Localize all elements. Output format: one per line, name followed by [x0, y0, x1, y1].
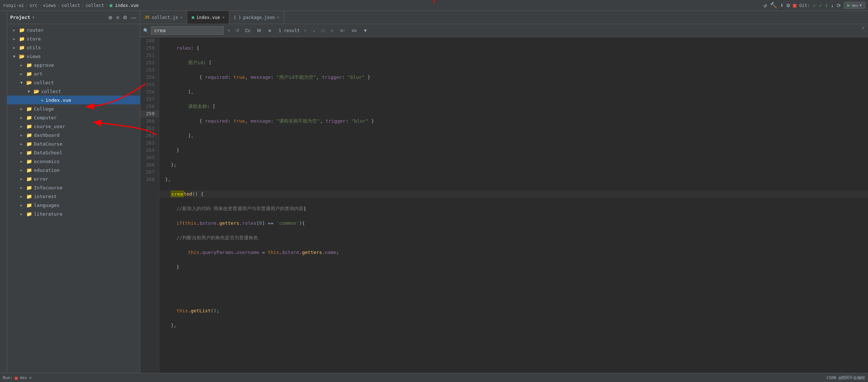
collapse-icon: ▶ — [20, 203, 26, 207]
collapse-icon: ▶ — [20, 107, 26, 111]
sidebar-item-label: dashboard — [34, 132, 59, 138]
line-number: 265 — [140, 154, 159, 161]
sidebar-item-computer[interactable]: ▶ 📁 Computer — [7, 113, 140, 122]
sidebar-item-infocourse[interactable]: ▶ 📁 Infocourse — [7, 183, 140, 192]
multi-line-button[interactable]: ≡↑ — [338, 27, 347, 34]
code-line: rules: { — [159, 45, 868, 52]
tab-close-button[interactable]: × — [222, 15, 225, 20]
clear-search-button[interactable]: × — [226, 27, 232, 34]
line-number: 251 — [140, 52, 159, 59]
sidebar-item-approve[interactable]: ▶ 📁 approve — [7, 61, 140, 69]
code-line: 课程名称: [ — [159, 103, 868, 110]
sidebar-close-button[interactable]: — — [130, 14, 137, 21]
folder-icon: 📁 — [19, 45, 25, 50]
prev-result-button[interactable]: ↑ — [302, 27, 308, 34]
next-result-button[interactable]: ↓ — [310, 27, 317, 34]
search-result-count: 1 result — [279, 28, 300, 33]
line-number: 266 — [140, 161, 159, 169]
folder-icon: 📁 — [26, 115, 32, 120]
sidebar-collapse-button[interactable]: ≡ — [116, 14, 120, 21]
sidebar-item-art[interactable]: ▶ 📁 art — [7, 69, 140, 78]
collapse-icon: ▶ — [13, 28, 19, 32]
line-number: 255 — [140, 81, 159, 88]
search-input[interactable] — [151, 26, 224, 35]
collapse-icon: ▶ — [20, 177, 26, 181]
sidebar-item-collect-collect[interactable]: ▼ 📂 collect — [7, 87, 140, 96]
refresh-search-button[interactable]: ↺ — [234, 27, 241, 34]
sidebar-item-label: DataCourse — [34, 141, 62, 147]
sidebar-item-index-vue[interactable]: ▶ ◈ index.vue — [7, 96, 140, 104]
folder-icon: 📁 — [19, 36, 25, 42]
breadcrumb-active: ■ index.vue — [110, 3, 139, 8]
wrap-button[interactable]: ≡≡ — [349, 27, 359, 34]
folder-open-icon: 📂 — [19, 54, 25, 59]
sidebar-tree: ▶ 📁 router ▶ 📁 store ▶ 📁 utils — [7, 24, 140, 373]
sidebar-item-dataschool[interactable]: ▶ 📁 DataSchool — [7, 148, 140, 157]
code-area[interactable]: 249 250 251 252 253 254 255 256 257 258 … — [140, 37, 868, 373]
down-icon[interactable]: ⬇ — [780, 2, 784, 9]
sidebar-item-label: College — [34, 106, 54, 112]
sidebar-item-course-user[interactable]: ▶ 📁 course_user — [7, 122, 140, 131]
tab-index-vue[interactable]: ■ index.vue × ↑ — [187, 11, 229, 24]
collapse-icon: ▼ — [13, 54, 19, 58]
code-content[interactable]: rules: { 用户id: [ { required: true, messa… — [159, 37, 868, 373]
run-status: Run: ■ dev × — [3, 375, 32, 381]
code-line: this.getList(); — [159, 307, 868, 315]
collapse-icon: ▶ — [20, 186, 26, 190]
regex-button[interactable]: ∗ — [266, 27, 274, 34]
line-number: 267 — [140, 169, 159, 176]
sidebar-item-education[interactable]: ▶ 📁 education — [7, 166, 140, 174]
sidebar-settings-button[interactable]: ⚙ — [122, 14, 128, 21]
breadcrumb: views — [43, 3, 56, 8]
sidebar-item-views[interactable]: ▼ 📂 views — [7, 52, 140, 61]
tab-package-json[interactable]: { } package.json × — [229, 11, 284, 24]
tabs-bar: JS collect.js × ■ index.vue × ↑ { } pack… — [140, 11, 868, 24]
sub-word-button[interactable]: ᵢ↑ — [329, 27, 336, 34]
collapse-icon: ▼ — [28, 89, 34, 93]
project-dropdown-icon[interactable]: ▾ — [32, 15, 35, 19]
code-line: //判断当前用户的角色是否为普通角色 — [159, 234, 868, 242]
breadcrumb: src — [30, 3, 38, 8]
filter-button[interactable]: ▼ — [361, 27, 370, 34]
whole-word-button[interactable]: W — [255, 27, 263, 34]
stop-icon[interactable]: ■ — [793, 2, 797, 9]
refresh-icon[interactable]: ↺ — [763, 2, 767, 9]
sidebar-item-label: views — [27, 54, 41, 59]
line-number-active: 259 — [140, 110, 159, 117]
sidebar-add-button[interactable]: ⊕ — [107, 14, 113, 21]
tab-collect-js[interactable]: JS collect.js × — [140, 11, 187, 24]
sidebar-item-store[interactable]: ▶ 📁 store — [7, 34, 140, 43]
run-close-button[interactable]: × — [29, 375, 32, 380]
status-right: CSDN @琪阿不会编程 — [826, 375, 865, 381]
run-dev-button[interactable]: ▶ dev ▾ — [844, 2, 865, 9]
sidebar-item-languages[interactable]: ▶ 📁 languages — [7, 201, 140, 209]
folder-icon: 📁 — [26, 71, 32, 77]
collapse-icon: ▶ — [20, 212, 26, 216]
sidebar-item-collect[interactable]: ▼ 📂 collect — [7, 78, 140, 87]
sidebar-item-label: Infocourse — [34, 185, 62, 190]
code-line: { required: true, message: "课程名称不能为空", t… — [159, 117, 868, 125]
sidebar-item-label: art — [34, 71, 42, 77]
sidebar-item-datacourse[interactable]: ▶ 📁 DataCourse — [7, 139, 140, 148]
settings-icon[interactable]: ⚙ — [786, 2, 790, 9]
sidebar-item-literature[interactable]: ▶ 📁 literature — [7, 209, 140, 218]
sidebar-item-router[interactable]: ▶ 📁 router — [7, 26, 140, 34]
folder-icon: 📁 — [26, 211, 32, 217]
sidebar-item-economics[interactable]: ▶ 📁 economics — [7, 157, 140, 166]
tab-close-button[interactable]: × — [277, 15, 279, 20]
sidebar-item-interest[interactable]: ▶ 📁 interest — [7, 192, 140, 201]
collapse-icon: ▶ — [20, 159, 26, 163]
sidebar-item-dashboard[interactable]: ▶ 📁 dashboard — [7, 131, 140, 139]
code-line: { required: true, message: "用户id不能为空", t… — [159, 74, 868, 81]
build-icon[interactable]: 🔨 — [770, 2, 777, 9]
expand-button[interactable]: □ — [319, 27, 326, 34]
case-sensitive-button[interactable]: Cc — [243, 27, 253, 34]
collapse-icon: ▼ — [20, 81, 26, 85]
sidebar-item-error[interactable]: ▶ 📁 error — [7, 174, 140, 183]
sidebar-item-label: collect — [34, 80, 54, 85]
tab-close-button[interactable]: × — [180, 15, 183, 20]
sidebar-item-college[interactable]: ▶ 📁 College — [7, 104, 140, 113]
collapse-icon: ▶ — [20, 133, 26, 137]
line-number: 258 — [140, 103, 159, 110]
sidebar-item-utils[interactable]: ▶ 📁 utils — [7, 43, 140, 52]
